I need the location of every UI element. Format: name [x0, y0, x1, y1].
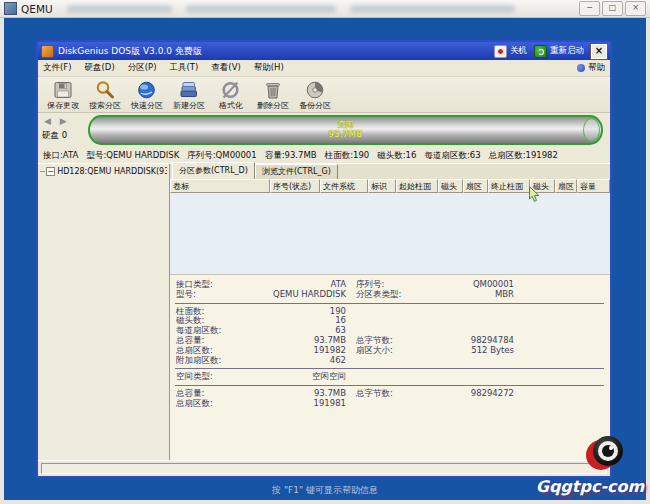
detail-value: 98294272 [442, 389, 514, 399]
disk-label: 硬盘 0 [42, 130, 67, 142]
detail-row: 柱面数:190 [170, 307, 610, 317]
tree-branch-line [40, 171, 45, 172]
next-disk-arrow[interactable]: ▶ [60, 116, 70, 126]
maximize-button[interactable]: □ [602, 1, 623, 16]
detail-label [346, 307, 442, 317]
backup-partition-button[interactable]: 备份分区 [294, 78, 336, 111]
menu-item[interactable]: 文件(F) [43, 62, 72, 72]
mouse-cursor [529, 186, 541, 203]
partition-table-body[interactable] [170, 193, 610, 275]
detail-label: 分区表类型: [346, 290, 442, 300]
table-column-header[interactable]: 序号(状态) [270, 179, 320, 193]
tree-expander-icon[interactable]: − [46, 167, 55, 176]
close-button[interactable]: × [625, 1, 646, 16]
disk-info-line: 接口:ATA型号:QEMU HARDDISK序列号:QM00001容量:93.7… [38, 149, 610, 163]
detail-value [442, 316, 514, 326]
table-column-header[interactable]: 卷标 [170, 179, 270, 193]
detail-value: QEMU HARDDISK [261, 290, 346, 300]
watermark-text: Gqgtpc-com [532, 477, 648, 496]
menu-item[interactable]: 查看(V) [211, 62, 240, 72]
table-column-header[interactable]: 磁头 [438, 179, 463, 193]
menubar: 文件(F)硬盘(D)分区(P)工具(T)查看(V)帮助(H) 帮助 [38, 60, 610, 77]
help-icon [577, 64, 585, 72]
detail-value [442, 307, 514, 317]
quick-partition-icon [136, 79, 158, 101]
new-partition-button[interactable]: 新建分区 [168, 78, 210, 111]
menu-item[interactable]: 分区(P) [128, 62, 157, 72]
table-column-header[interactable]: 终止柱面 [488, 179, 530, 193]
detail-value: MBR [442, 290, 514, 300]
format-button[interactable]: 格式化 [210, 78, 252, 111]
backup-icon [304, 79, 326, 101]
detail-label [346, 399, 442, 409]
table-column-header[interactable]: 扇区 [463, 179, 488, 193]
menu-item[interactable]: 工具(T) [169, 62, 198, 72]
restart-label: 重新启动 [550, 45, 584, 57]
search-icon [94, 79, 116, 101]
detail-label: 扇区大小: [346, 346, 442, 356]
app-titlebar: DiskGenius DOS版 V3.0.0 免费版 关机 重新启动 × [38, 42, 610, 60]
cylinder-end-cap [583, 118, 600, 142]
help-label: 帮助 [588, 62, 605, 74]
detail-value [442, 399, 514, 409]
censored-title-text [67, 5, 172, 13]
detail-value [442, 372, 514, 382]
app-title: DiskGenius DOS版 V3.0.0 免费版 [58, 45, 202, 58]
menu-item[interactable]: 帮助(H) [254, 62, 284, 72]
tab-browse-files[interactable]: 浏览文件(CTRL_G) [255, 164, 338, 179]
disk-info-segment: 每道扇区数:63 [424, 150, 480, 162]
guest-screen: DiskGenius DOS版 V3.0.0 免费版 关机 重新启动 × 文件(… [4, 18, 646, 500]
host-titlebar: QEMU − □ × [0, 0, 650, 18]
detail-value: 191981 [261, 399, 346, 409]
toolbar: 保存更改 搜索分区 快速分区 [38, 77, 610, 113]
menu-item[interactable]: 硬盘(D) [85, 62, 115, 72]
disk-info-segment: 型号:QEMU HARDDISK [86, 150, 179, 162]
host-window-title: QEMU [21, 3, 53, 15]
minimize-button[interactable]: − [579, 1, 600, 16]
diskgenius-window: DiskGenius DOS版 V3.0.0 免费版 关机 重新启动 × 文件(… [36, 40, 612, 478]
detail-label [346, 372, 442, 382]
prev-disk-arrow[interactable]: ◀ [44, 116, 54, 126]
restart-button[interactable]: 重新启动 [534, 45, 584, 58]
tree-item-label: HD128:QEMU HARDDISK(93MB) [57, 167, 167, 176]
tree-item-hd128[interactable]: − HD128:QEMU HARDDISK(93MB) [40, 167, 167, 176]
detail-row: 总容量:93.7MB总字节数:98294272 [170, 389, 610, 399]
details-separator [175, 303, 604, 304]
details-separator [175, 385, 604, 386]
qemu-window-icon [4, 2, 17, 15]
tab-bar: 分区参数(CTRL_D) 浏览文件(CTRL_G) [170, 164, 610, 179]
shutdown-icon [494, 45, 507, 58]
app-statusbar [38, 460, 610, 476]
help-shortcut[interactable]: 帮助 [577, 62, 605, 74]
new-partition-icon [178, 79, 200, 101]
disk-info-segment: 序列号:QM00001 [187, 150, 256, 162]
quick-partition-button[interactable]: 快速分区 [126, 78, 168, 111]
details-separator [175, 368, 604, 369]
table-column-header[interactable]: 容量 [577, 179, 610, 193]
diskgenius-app-icon [41, 45, 54, 58]
detail-value: 空闲空间 [261, 372, 346, 382]
detail-row: 磁头数:16 [170, 316, 610, 326]
disk-info-segment: 柱面数:190 [325, 150, 370, 162]
disk-cylinder[interactable]: 空闲 93.7MB [88, 115, 603, 145]
censored-title-text [186, 5, 336, 13]
table-column-header[interactable]: 扇区 [555, 179, 577, 193]
partition-table-header: 卷标序号(状态)文件系统标识起始柱面磁头扇区终止柱面磁头扇区容量 [170, 179, 610, 193]
detail-label [346, 356, 442, 366]
table-column-header[interactable]: 标识 [368, 179, 396, 193]
disk-info-segment: 总扇区数:191982 [489, 150, 558, 162]
delete-partition-button[interactable]: 删除分区 [252, 78, 294, 111]
save-changes-button[interactable]: 保存更改 [42, 78, 84, 111]
detail-value: 190 [261, 307, 346, 317]
app-close-button[interactable]: × [591, 44, 607, 59]
detail-row: 型号:QEMU HARDDISK分区表类型:MBR [170, 290, 610, 300]
table-column-header[interactable]: 起始柱面 [396, 179, 438, 193]
disk-tree-panel: − HD128:QEMU HARDDISK(93MB) [38, 164, 170, 460]
restart-icon [534, 45, 547, 58]
table-column-header[interactable]: 文件系统 [320, 179, 368, 193]
search-partition-button[interactable]: 搜索分区 [84, 78, 126, 111]
shutdown-button[interactable]: 关机 [494, 45, 527, 58]
detail-row: 总扇区数:191981 [170, 399, 610, 409]
tab-partition-params[interactable]: 分区参数(CTRL_D) [172, 162, 255, 179]
detail-label: 型号: [170, 290, 261, 300]
